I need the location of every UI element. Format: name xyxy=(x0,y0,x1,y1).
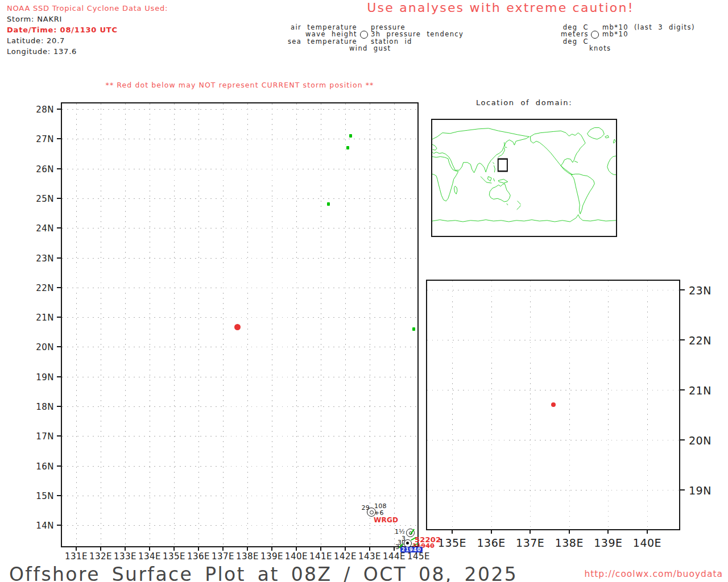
legend-wave-height: wave height xyxy=(305,30,357,38)
storm-latitude-label: Latitude: 20.7 xyxy=(7,36,65,45)
main-map-gridline-h xyxy=(62,288,417,288)
zoom-inset-gridline-v xyxy=(491,281,492,529)
main-map-gridline-v xyxy=(76,103,77,546)
main-map-gridline-v xyxy=(101,103,101,546)
main-map-xtick xyxy=(271,547,272,551)
main-map-ytick-label: 26N xyxy=(29,164,54,174)
plot-title: Offshore Surface Plot at 08Z / OCT 08, 2… xyxy=(9,563,518,582)
zoom-inset-gridline-h xyxy=(427,390,679,390)
main-map-ytick-label: 28N xyxy=(29,105,54,115)
main-map-ytick xyxy=(57,376,61,377)
source-url-link[interactable]: http://coolwx.com/buoydata xyxy=(584,569,723,579)
zoom-inset-ytick-label: 23N xyxy=(689,284,712,297)
caution-headline: Use analyses with extreme caution! xyxy=(341,1,660,15)
station-wrgd-air-temp: 29 xyxy=(358,504,370,512)
zoom-inset-ytick xyxy=(680,489,685,490)
main-map-gridline-v xyxy=(247,103,248,546)
main-map-xtick xyxy=(125,547,126,551)
main-map-xtick-label: 145E xyxy=(402,551,436,562)
zoom-inset-ytick-label: 19N xyxy=(689,484,712,497)
island-mark xyxy=(349,134,352,138)
legend-unit-degc-sea: deg C xyxy=(563,38,589,45)
main-map-xtick xyxy=(394,547,395,551)
zoom-inset-gridline-h xyxy=(427,490,679,490)
island-mark xyxy=(412,327,415,331)
main-map-gridline-v xyxy=(370,103,370,546)
main-map-gridline-v xyxy=(345,103,346,546)
storm-datetime-label: Date/Time: 08/1130 UTC xyxy=(7,26,118,34)
main-map-xtick xyxy=(198,547,199,551)
zoom-inset-xtick-label: 138E xyxy=(552,537,586,549)
zoom-inset-xtick xyxy=(607,530,609,534)
zoom-inset-gridline-v xyxy=(530,281,531,529)
main-map-gridline-h xyxy=(62,109,417,110)
main-map-gridline-h xyxy=(62,377,417,377)
zoom-inset-xtick-label: 140E xyxy=(630,537,664,549)
main-map-ytick xyxy=(57,465,61,467)
world-map xyxy=(432,120,616,236)
world-map-inset xyxy=(431,119,617,237)
main-map-xtick xyxy=(345,547,346,551)
zoom-inset-ytick-label: 20N xyxy=(689,434,712,447)
zoom-inset-xtick xyxy=(452,530,453,534)
zoom-inset-gridline-v xyxy=(452,281,453,529)
zoom-inset-gridline-v xyxy=(569,281,570,529)
main-map-gridline-h xyxy=(62,347,417,347)
island-mark xyxy=(327,202,330,206)
main-map-gridline-h xyxy=(62,466,417,467)
main-map-gridline-h xyxy=(62,496,417,496)
main-map-gridline-h xyxy=(62,198,417,199)
main-map-ytick xyxy=(57,406,61,407)
main-map-xtick xyxy=(369,547,370,551)
main-map-ytick xyxy=(57,257,61,259)
domain-inset-title: Location of domain: xyxy=(431,98,617,107)
main-map-ytick-label: 25N xyxy=(29,194,54,204)
station-wrgd-id: WRGD xyxy=(374,516,398,524)
zoom-inset-gridline-v xyxy=(647,281,648,529)
domain-box xyxy=(498,159,507,172)
main-map-xtick xyxy=(173,547,175,551)
main-map-ytick xyxy=(57,109,61,110)
main-map-gridline-v xyxy=(394,103,395,546)
zoom-inset-xtick xyxy=(491,530,492,534)
legend-station-id: station id xyxy=(371,38,412,45)
zoom-inset-ytick xyxy=(680,439,685,440)
main-map-ytick xyxy=(57,495,61,496)
main-map-xtick xyxy=(247,547,248,551)
main-map-ytick xyxy=(57,287,61,288)
main-map-ytick-label: 24N xyxy=(29,223,54,234)
zoom-inset-gridline-v xyxy=(608,281,609,529)
main-map-ytick-label: 23N xyxy=(29,253,54,264)
main-map-ytick-label: 27N xyxy=(29,134,54,144)
main-map-ytick-label: 14N xyxy=(29,521,54,531)
storm-data-source-label: NOAA SSD Tropical Cyclone Data Used: xyxy=(7,4,168,13)
zoom-inset-gridline-h xyxy=(427,340,679,340)
zoom-inset-ytick xyxy=(680,389,685,390)
main-map-gridline-h xyxy=(62,139,417,139)
main-map-xtick xyxy=(149,547,150,551)
main-map-gridline-v xyxy=(174,103,175,546)
main-map-ytick xyxy=(57,525,61,526)
legend-unit-mb: mb*10 xyxy=(602,30,628,38)
main-map-gridline-h xyxy=(62,169,417,169)
zoom-inset-xtick-label: 136E xyxy=(474,537,508,549)
zoom-inset-xtick-label: 139E xyxy=(591,537,625,549)
main-map-xtick xyxy=(320,547,321,551)
main-map-gridline-h xyxy=(62,228,417,228)
zoom-inset-ytick-label: 21N xyxy=(689,384,712,397)
zoom-inset-xtick xyxy=(647,530,648,534)
station-52202-circle-b-inner xyxy=(406,542,409,544)
legend-unit-knots: knots xyxy=(589,44,611,52)
main-map-ytick-label: 20N xyxy=(29,342,54,352)
station-badge-id: 21940 xyxy=(400,547,423,552)
main-map-ytick xyxy=(57,435,61,436)
main-map-gridline-v xyxy=(272,103,272,546)
zoom-inset-ytick-label: 22N xyxy=(689,334,712,347)
main-map-ytick xyxy=(57,198,61,199)
storm-name-label: Storm: NAKRI xyxy=(7,15,62,23)
main-map-ytick xyxy=(57,168,61,169)
main-map-gridline-v xyxy=(150,103,150,546)
zoom-inset-xtick-label: 137E xyxy=(513,537,547,549)
storm-longitude-label: Longitude: 137.6 xyxy=(7,47,77,56)
main-map-ytick-label: 17N xyxy=(29,431,54,442)
